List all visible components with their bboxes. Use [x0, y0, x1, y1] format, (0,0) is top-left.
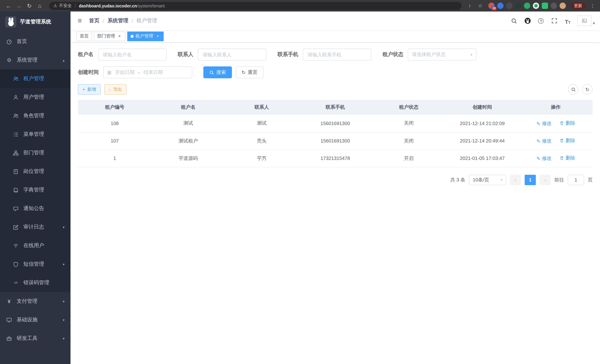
extension-icon-1[interactable]: 10 — [488, 3, 495, 9]
help-icon[interactable]: ? — [537, 17, 545, 25]
browser-reload-button[interactable]: ↻ — [25, 1, 34, 10]
tab-home[interactable]: 首页 — [76, 31, 92, 41]
cell-tenant-id: 107 — [78, 132, 151, 149]
font-size-icon[interactable]: TT — [564, 17, 572, 25]
delete-link[interactable]: 删除 — [560, 120, 575, 126]
sidebar-item-home[interactable]: 首页 — [0, 32, 71, 51]
search-icon[interactable] — [511, 17, 518, 25]
sidebar-item-system[interactable]: ⚙ 系统管理 ▴ — [0, 51, 71, 69]
github-icon[interactable] — [524, 17, 531, 25]
add-button[interactable]: + 新增 — [78, 84, 101, 95]
status-select[interactable]: 请选择租户状态 ▾ — [408, 49, 477, 60]
font-size-large-glyph: T — [565, 19, 568, 25]
user-avatar-menu[interactable]: ▾ — [577, 16, 595, 26]
sidebar-item-error-code[interactable]: </> 错误码管理 — [0, 273, 71, 292]
sidebar-logo-row[interactable]: 芋道管理系统 — [0, 11, 71, 32]
monitor-icon — [6, 317, 12, 323]
cell-tenant-name: 芋道源码 — [151, 149, 225, 167]
sidebar-item-payment[interactable]: ¥ 支付管理 ▾ — [0, 292, 71, 311]
edit-link[interactable]: ✎修改 — [536, 120, 552, 127]
bookmark-star-icon[interactable]: ☆ — [477, 3, 484, 9]
reset-button[interactable]: ↻ 重置 — [236, 66, 263, 78]
col-status: 租户状态 — [372, 100, 445, 115]
sidebar-item-dept[interactable]: 部门管理 — [0, 144, 71, 162]
prev-page-button[interactable]: ‹ — [510, 175, 521, 185]
extension-icon-6[interactable] — [533, 3, 539, 9]
address-bar[interactable]: ⚠ 不安全 dashboard.yudao.iocoder.cn /system… — [49, 2, 462, 10]
sidebar-item-sms[interactable]: 短信管理 ▾ — [0, 255, 71, 273]
tab-close-icon[interactable]: × — [155, 34, 160, 39]
goto-page-input[interactable] — [568, 175, 584, 185]
extension-icon-3[interactable] — [506, 3, 512, 9]
url-host: dashboard.yudao.iocoder.cn — [79, 3, 137, 8]
cell-tenant-name: 测试租户 — [151, 132, 225, 149]
tab-tenant[interactable]: 租户管理 × — [127, 31, 164, 41]
sidebar-item-user[interactable]: 用户管理 — [0, 88, 71, 106]
extension-icon-2[interactable] — [497, 3, 504, 9]
table-row[interactable]: 107 测试租户 秃头 15601691300 关闭 2021-12-14 20… — [78, 132, 593, 149]
breadcrumb-system[interactable]: 系统管理 — [108, 18, 128, 24]
date-range-picker[interactable]: ▦ 开始日期 - 结束日期 — [103, 66, 192, 78]
sidebar-item-role[interactable]: 角色管理 — [0, 106, 71, 125]
plus-icon: + — [82, 87, 85, 92]
chevron-down-icon: ▾ — [63, 318, 65, 322]
browser-profile-avatar[interactable] — [560, 3, 566, 9]
tab-dept[interactable]: 部门管理 × — [94, 31, 125, 41]
browser-menu-icon[interactable]: ⋮ — [589, 3, 596, 9]
security-indicator[interactable]: ⚠ 不安全 — [53, 3, 75, 9]
tenant-name-input[interactable] — [98, 49, 167, 60]
sidebar-item-infrastructure[interactable]: 基础设施 ▾ — [0, 311, 71, 329]
share-icon[interactable]: ↑ — [466, 3, 473, 9]
table-row[interactable]: 108 测试 测试 15601691300 关闭 2021-12-14 21:0… — [78, 115, 593, 132]
chevron-down-icon: ▾ — [63, 262, 65, 266]
delete-link[interactable]: 删除 — [560, 137, 575, 144]
table-row[interactable]: 1 芋道源码 芋艿 17321315478 开启 2021-01-05 17:0… — [78, 149, 593, 167]
browser-home-button[interactable]: ⌂ — [35, 1, 45, 10]
extension-icon-4[interactable] — [515, 3, 521, 9]
sidebar-item-label: 岗位管理 — [23, 168, 44, 175]
refresh-table-button[interactable]: ↻ — [582, 84, 593, 95]
app-title: 芋道管理系统 — [20, 19, 51, 25]
sidebar-item-dev-tools[interactable]: 研发工具 ▾ — [0, 329, 71, 348]
cell-status: 开启 — [372, 149, 445, 167]
chevron-down-icon: ▾ — [63, 299, 65, 303]
edit-icon: ✎ — [536, 138, 540, 144]
filter-label: 联系手机 — [278, 51, 298, 58]
fullscreen-icon[interactable] — [551, 17, 558, 25]
tags-view-bar: 首页 部门管理 × 租户管理 × — [71, 30, 600, 43]
delete-link[interactable]: 删除 — [560, 155, 575, 161]
edit-link[interactable]: ✎修改 — [536, 138, 552, 145]
sidebar-item-tenant[interactable]: 租户管理 — [0, 69, 71, 88]
breadcrumb-home[interactable]: 首页 — [89, 18, 99, 24]
toggle-search-button[interactable] — [568, 84, 579, 95]
delete-label: 删除 — [565, 137, 575, 144]
sidebar-item-notice[interactable]: 通知公告 — [0, 199, 71, 218]
filter-label: 联系人 — [178, 51, 193, 58]
extension-icon-5[interactable] — [524, 3, 530, 9]
page-size-select[interactable]: 10条/页 ▾ — [469, 175, 506, 185]
extension-icon-7[interactable] — [542, 3, 548, 9]
sidebar-item-dict[interactable]: 字典管理 — [0, 181, 71, 199]
start-date-placeholder: 开始日期 — [115, 69, 134, 76]
sidebar-item-online-users[interactable]: 在线用户 — [0, 236, 71, 255]
sidebar-item-post[interactable]: 岗位管理 — [0, 162, 71, 181]
edit-link[interactable]: ✎修改 — [536, 155, 552, 162]
page-number-1[interactable]: 1 — [525, 175, 536, 185]
col-contact: 联系人 — [225, 100, 299, 115]
search-button[interactable]: 搜索 — [203, 66, 232, 78]
phone-input[interactable] — [303, 49, 371, 60]
filter-tenant-name: 租户名 — [78, 49, 167, 60]
sidebar-item-menu[interactable]: 菜单管理 — [0, 125, 71, 144]
cell-tenant-id: 108 — [78, 115, 151, 132]
sidebar-toggle-icon[interactable]: ≡ — [71, 11, 89, 30]
sidebar-item-audit-log[interactable]: 审计日志 ▾ — [0, 218, 71, 236]
next-page-button[interactable]: › — [540, 175, 551, 185]
app-frame: 芋道管理系统 首页 ⚙ 系统管理 ▴ 租户管理 用户管理 — [0, 11, 600, 364]
tab-close-icon[interactable]: × — [117, 34, 122, 39]
extensions-puzzle-icon[interactable] — [551, 3, 557, 9]
browser-back-button[interactable]: ← — [4, 1, 13, 10]
browser-update-button[interactable]: 更新 — [570, 2, 586, 9]
contact-input[interactable] — [198, 49, 266, 60]
export-button[interactable]: ↓ 导出 — [104, 84, 127, 95]
browser-forward-button[interactable]: → — [14, 1, 24, 10]
